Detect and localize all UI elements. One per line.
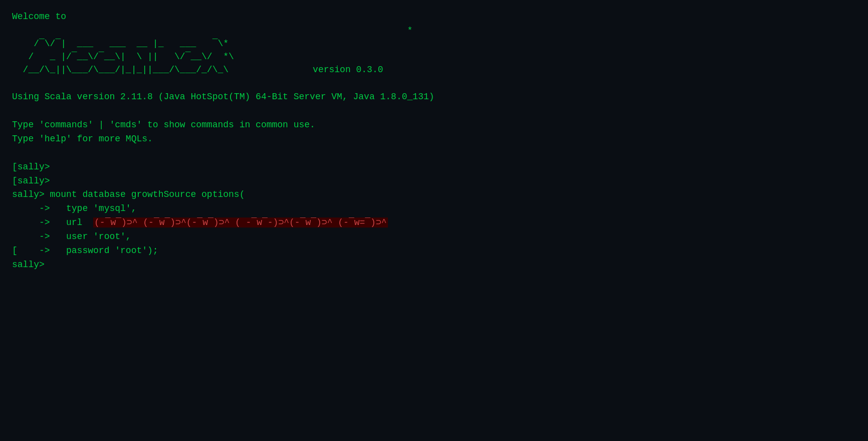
ascii-art-block: * /¯\/¯| ___ ___ __ |_ ___ ¯\* / _ |/¯__… (12, 24, 856, 76)
terminal-window: Welcome to * /¯\/¯| ___ ___ __ |_ ___ ¯\… (0, 0, 868, 441)
prompt-password: [ -> password 'root'); (12, 244, 856, 258)
prompt-type: -> type 'mysql', (12, 202, 856, 216)
url-highlight: (-¯w¯)⊃^ (-¯w¯)⊃^(-¯w¯)⊃^ ( -¯w¯-)⊃^(-¯w… (93, 217, 388, 228)
prompt-mount: sally> mount database growthSource optio… (12, 188, 856, 202)
prompt-user: -> user 'root', (12, 230, 856, 244)
type-hint-1: Type 'commands' | 'cmds' to show command… (12, 118, 856, 132)
prompt-url: -> url (-¯w¯)⊃^ (-¯w¯)⊃^(-¯w¯)⊃^ ( -¯w¯-… (12, 216, 856, 230)
ascii-line-star: * (12, 24, 856, 37)
prompt-0: [sally> (12, 160, 856, 174)
scala-info-line: Using Scala version 2.11.8 (Java HotSpot… (12, 90, 856, 104)
ascii-line-2: / _ |/¯__\/¯__\| \ || \/¯__\/ *\ (12, 50, 856, 63)
type-hint-2: Type 'help' for more MQLs. (12, 132, 856, 146)
prompt-final: sally> (12, 258, 856, 272)
version-text: version 0.3.0 (313, 63, 383, 76)
ascii-line-1: /¯\/¯| ___ ___ __ |_ ___ ¯\* (12, 37, 856, 50)
prompt-1: [sally> (12, 174, 856, 188)
welcome-line: Welcome to (12, 10, 856, 24)
ascii-line-3: /__/\_||\___/\___/|_|_||___/\___/_/\_\ v… (12, 63, 856, 76)
